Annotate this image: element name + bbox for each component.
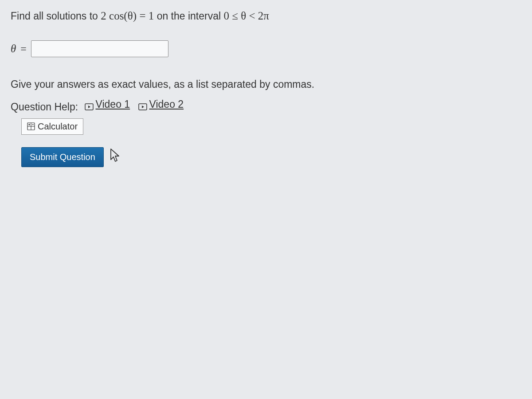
video-2-link[interactable]: Video 2 (138, 98, 184, 110)
question-prompt: Find all solutions to 2 cos(θ) = 1 on th… (11, 8, 521, 23)
instruction-text: Give your answers as exact values, as a … (11, 78, 521, 90)
video-play-icon (138, 101, 147, 108)
video-1-label: Video 1 (96, 98, 130, 110)
calculator-icon (27, 122, 35, 130)
interval-expression: 0 ≤ θ < 2π (224, 10, 269, 22)
equals-sign: = (20, 43, 27, 55)
equation-lhs: 2 cos(θ) (101, 10, 137, 22)
equation-equals: = (139, 10, 148, 22)
video-play-icon (85, 101, 94, 108)
interval-prefix: on the interval (157, 10, 224, 22)
calculator-label: Calculator (38, 121, 78, 132)
submit-label: Submit Question (30, 152, 95, 162)
video-2-label: Video 2 (149, 98, 184, 110)
cursor-pointer-icon (109, 148, 121, 166)
answer-row: θ = (11, 40, 521, 57)
question-prefix: Find all solutions to (11, 10, 101, 22)
answer-input[interactable] (31, 40, 168, 57)
video-1-link[interactable]: Video 1 (85, 98, 130, 110)
submit-question-button[interactable]: Submit Question (21, 147, 104, 167)
help-label: Question Help: (11, 101, 78, 113)
theta-label: θ (11, 43, 16, 55)
equation-rhs: 1 (149, 10, 154, 22)
question-help-row: Question Help: Video 1 Video 2 (11, 98, 521, 113)
calculator-button[interactable]: Calculator (21, 118, 83, 135)
